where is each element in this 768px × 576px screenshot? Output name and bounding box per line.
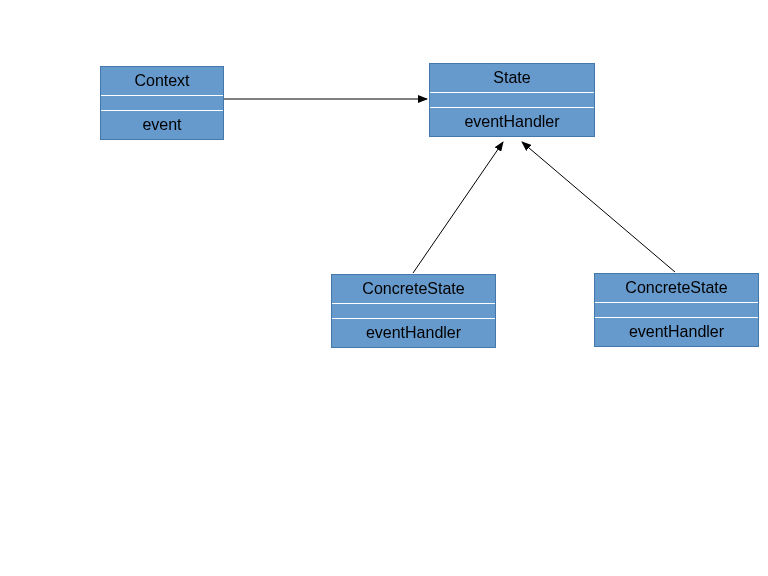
context-method: event — [101, 111, 223, 139]
concrete-state-1-box: ConcreteState eventHandler — [331, 274, 496, 348]
state-class-box: State eventHandler — [429, 63, 595, 137]
state-title: State — [430, 64, 594, 93]
concrete1-method: eventHandler — [332, 319, 495, 347]
context-class-box: Context event — [100, 66, 224, 140]
concrete2-method: eventHandler — [595, 318, 758, 346]
concrete2-mid — [595, 303, 758, 318]
concrete1-to-state-arrow — [413, 142, 503, 273]
state-mid — [430, 93, 594, 108]
concrete1-title: ConcreteState — [332, 275, 495, 304]
state-method: eventHandler — [430, 108, 594, 136]
concrete1-mid — [332, 304, 495, 319]
concrete2-to-state-arrow — [522, 142, 675, 272]
concrete2-title: ConcreteState — [595, 274, 758, 303]
context-title: Context — [101, 67, 223, 96]
context-mid — [101, 96, 223, 111]
concrete-state-2-box: ConcreteState eventHandler — [594, 273, 759, 347]
